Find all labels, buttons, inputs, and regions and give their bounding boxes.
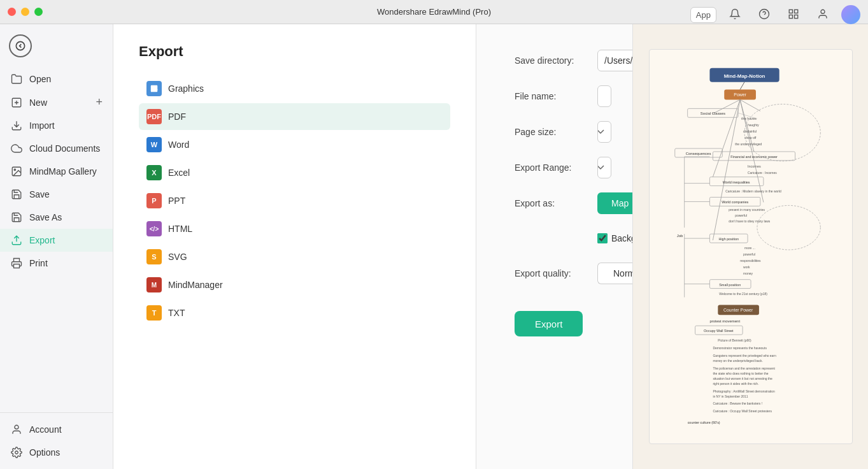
export-as-row: Export as: Map File xyxy=(515,192,594,214)
map-toggle-button[interactable]: Map xyxy=(597,192,632,214)
export-button-row: Export xyxy=(515,298,594,336)
format-item-excel[interactable]: X Excel xyxy=(139,159,450,186)
svg-point-79 xyxy=(757,205,820,250)
app-body: Open New + Import xyxy=(0,24,868,469)
new-left: New xyxy=(10,96,47,109)
svg-text:don't have to obey many laws: don't have to obey many laws xyxy=(729,220,771,223)
html-icon: </> xyxy=(146,221,162,236)
svg-text:powerful: powerful xyxy=(735,214,747,217)
open-label: Open xyxy=(29,74,51,84)
sidebar-item-export[interactable]: Export xyxy=(0,229,113,252)
close-button[interactable] xyxy=(8,8,16,16)
options-label: Options xyxy=(29,447,60,458)
saveas-icon xyxy=(10,211,23,224)
svg-text:Caricature : Modern slavery in: Caricature : Modern slavery in the world xyxy=(725,190,781,193)
svg-text:Picture of Bennett (p60): Picture of Bennett (p60) xyxy=(718,339,751,342)
svg-text:Mind-Map-Notion: Mind-Map-Notion xyxy=(723,73,765,79)
sidebar-items: Open New + Import xyxy=(0,62,113,412)
pdf-icon: PDF xyxy=(146,109,162,124)
svg-format-icon: S xyxy=(146,249,162,264)
svg-point-5 xyxy=(15,425,18,429)
svg-text:World inequalities: World inequalities xyxy=(722,180,750,184)
format-item-mindmanager[interactable]: M MindManager xyxy=(139,271,450,298)
print-icon xyxy=(10,257,23,270)
background-checkbox[interactable] xyxy=(597,233,608,243)
export-nav-label: Export xyxy=(29,235,55,245)
sidebar-item-gallery[interactable]: MindMap Gallery xyxy=(0,160,113,183)
page-size-row: Page size: Auto sizeA4A3Letter xyxy=(515,121,594,143)
export-button[interactable]: Export xyxy=(515,311,583,336)
export-range-select[interactable]: All pagesCurrent pageSelected pages xyxy=(597,157,611,178)
export-quality-control: Normal HD xyxy=(597,263,632,284)
file-name-control xyxy=(597,85,611,107)
svg-text:more ...: more ... xyxy=(744,247,755,250)
format-item-ppt[interactable]: P PPT xyxy=(139,187,450,214)
format-item-graphics[interactable]: Graphics xyxy=(139,75,450,102)
form-area: App Save directory: Browse xyxy=(476,24,632,469)
svg-point-3 xyxy=(14,169,15,170)
sidebar-item-import[interactable]: Import xyxy=(0,114,113,137)
traffic-lights xyxy=(8,8,43,16)
export-icon xyxy=(10,234,23,247)
svg-text:World companies: World companies xyxy=(722,200,748,204)
sidebar-top xyxy=(0,24,113,62)
preview-inner: Mind-Map-Notion Power Social Classes the… xyxy=(633,24,868,469)
svg-text:Job: Job xyxy=(676,234,683,238)
svg-text:Small position: Small position xyxy=(719,283,741,287)
export-panel: Export Graphics PDF PDF W Word X Excel xyxy=(113,24,476,469)
svg-line-24 xyxy=(740,99,764,202)
format-item-word[interactable]: W Word xyxy=(139,131,450,158)
svg-text:Financial and economic power: Financial and economic power xyxy=(730,155,778,159)
svg-text:Incomes: Incomes xyxy=(748,164,761,168)
export-quality-row: Export quality: Normal HD xyxy=(515,263,594,284)
gallery-icon xyxy=(10,165,23,178)
normal-quality-button[interactable]: Normal xyxy=(597,263,632,284)
app-title: Wondershare EdrawMind (Pro) xyxy=(377,7,491,17)
graphics-label: Graphics xyxy=(168,83,204,94)
new-icon xyxy=(10,96,23,109)
preview-panel: Mind-Map-Notion Power Social Classes the… xyxy=(632,24,868,469)
svg-line-21 xyxy=(740,99,760,111)
svg-point-6 xyxy=(15,451,18,454)
background-text: Background xyxy=(611,233,632,243)
sidebar-item-account[interactable]: Account xyxy=(0,418,113,441)
sidebar-item-print[interactable]: Print xyxy=(0,252,113,275)
add-icon[interactable]: + xyxy=(96,96,103,109)
sidebar-item-options[interactable]: Options xyxy=(0,441,113,464)
format-item-txt[interactable]: T TXT xyxy=(139,299,450,326)
background-checkbox-label[interactable]: Background xyxy=(597,233,632,243)
sidebar-item-cloud[interactable]: Cloud Documents xyxy=(0,137,113,160)
sidebar-item-open[interactable]: Open xyxy=(0,68,113,90)
file-name-label: File name: xyxy=(515,91,597,101)
svg-line-86 xyxy=(740,82,744,90)
svg-text:Caricature : Occupy Wall Stree: Caricature : Occupy Wall Street proteste… xyxy=(713,410,772,413)
format-item-pdf[interactable]: PDF PDF xyxy=(139,103,450,130)
svg-text:Occupy Wall Street: Occupy Wall Street xyxy=(704,329,734,333)
svg-text:the state who does nothing to : the state who does nothing to better the xyxy=(713,372,768,375)
format-item-html[interactable]: </> HTML xyxy=(139,215,450,242)
sidebar-item-save[interactable]: Save xyxy=(0,183,113,206)
maximize-button[interactable] xyxy=(34,8,43,16)
back-button[interactable] xyxy=(9,34,32,57)
save-icon xyxy=(10,188,23,201)
minimize-button[interactable] xyxy=(21,8,29,16)
svg-text:work: work xyxy=(743,266,750,269)
sidebar-item-new[interactable]: New + xyxy=(0,90,113,114)
export-panel-title: Export xyxy=(139,43,450,60)
account-icon xyxy=(10,423,23,436)
file-name-input[interactable] xyxy=(597,85,611,107)
save-directory-input[interactable] xyxy=(597,50,632,71)
svg-text:protest movement: protest movement xyxy=(709,319,740,323)
html-label: HTML xyxy=(168,224,192,234)
cloud-icon xyxy=(10,142,23,155)
save-directory-row: Save directory: Browse xyxy=(515,50,594,71)
export-range-control: All pagesCurrent pageSelected pages xyxy=(597,157,611,178)
ppt-label: PPT xyxy=(168,196,185,206)
svg-text:Caricature : Beware the bankst: Caricature : Beware the banksters ! xyxy=(713,402,762,405)
page-size-select[interactable]: Auto sizeA4A3Letter xyxy=(597,121,611,143)
svg-text:the haves: the haves xyxy=(741,117,757,120)
format-item-svg[interactable]: S SVG xyxy=(139,243,450,270)
import-label: Import xyxy=(29,120,55,131)
sidebar-item-saveas[interactable]: Save As xyxy=(0,206,113,229)
import-icon xyxy=(10,119,23,132)
